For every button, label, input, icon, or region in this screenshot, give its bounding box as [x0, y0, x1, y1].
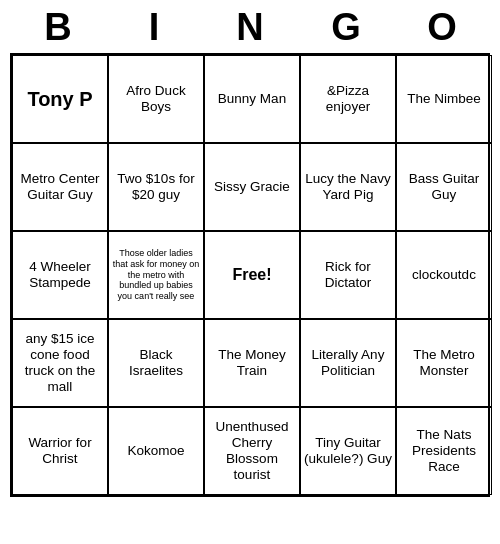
- cell-r3-c1: Black Israelites: [108, 319, 204, 407]
- cell-r1-c1: Two $10s for $20 guy: [108, 143, 204, 231]
- cell-r0-c0: Tony P: [12, 55, 108, 143]
- letter-n: N: [210, 6, 290, 49]
- cell-r3-c0: any $15 ice cone food truck on the mall: [12, 319, 108, 407]
- letter-g: G: [306, 6, 386, 49]
- cell-r4-c1: Kokomoe: [108, 407, 204, 495]
- cell-r1-c0: Metro Center Guitar Guy: [12, 143, 108, 231]
- cell-r2-c4: clockoutdc: [396, 231, 492, 319]
- cell-r4-c0: Warrior for Christ: [12, 407, 108, 495]
- bingo-title: B I N G O: [10, 0, 490, 53]
- cell-r4-c2: Unenthused Cherry Blossom tourist: [204, 407, 300, 495]
- cell-r0-c4: The Nimbee: [396, 55, 492, 143]
- letter-b: B: [18, 6, 98, 49]
- cell-r0-c3: &Pizza enjoyer: [300, 55, 396, 143]
- letter-o: O: [402, 6, 482, 49]
- cell-r3-c4: The Metro Monster: [396, 319, 492, 407]
- cell-r1-c4: Bass Guitar Guy: [396, 143, 492, 231]
- cell-r1-c3: Lucy the Navy Yard Pig: [300, 143, 396, 231]
- cell-r0-c1: Afro Duck Boys: [108, 55, 204, 143]
- cell-r1-c2: Sissy Gracie: [204, 143, 300, 231]
- cell-r3-c3: Literally Any Politician: [300, 319, 396, 407]
- cell-r3-c2: The Money Train: [204, 319, 300, 407]
- cell-r4-c4: The Nats Presidents Race: [396, 407, 492, 495]
- cell-r2-c3: Rick for Dictator: [300, 231, 396, 319]
- cell-r2-c0: 4 Wheeler Stampede: [12, 231, 108, 319]
- cell-r0-c2: Bunny Man: [204, 55, 300, 143]
- cell-r2-c2: Free!: [204, 231, 300, 319]
- cell-r2-c1: Those older ladies that ask for money on…: [108, 231, 204, 319]
- letter-i: I: [114, 6, 194, 49]
- bingo-grid: Tony PAfro Duck BoysBunny Man&Pizza enjo…: [10, 53, 490, 497]
- cell-r4-c3: Tiny Guitar (ukulele?) Guy: [300, 407, 396, 495]
